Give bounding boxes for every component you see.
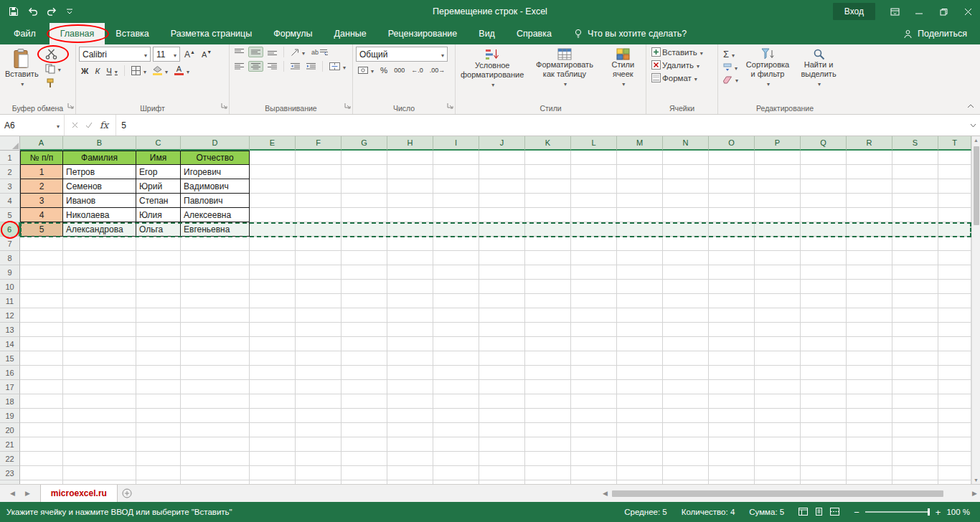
cell-K3[interactable]	[525, 179, 571, 194]
cell-C20[interactable]	[136, 423, 181, 437]
cell-K17[interactable]	[525, 380, 571, 394]
cell-E17[interactable]	[250, 380, 296, 394]
row-header-17[interactable]: 17	[0, 380, 20, 394]
cell-J21[interactable]	[479, 437, 525, 452]
cell-F18[interactable]	[296, 394, 341, 409]
sort-filter-button[interactable]: Сортировка и фильтр	[743, 47, 793, 90]
cell-H18[interactable]	[387, 394, 433, 409]
cell-S11[interactable]	[892, 294, 938, 308]
cell-C22[interactable]	[136, 452, 181, 466]
enter-button[interactable]	[85, 120, 93, 130]
cell-A2[interactable]: 1	[20, 165, 63, 179]
cell-S13[interactable]	[892, 323, 938, 337]
cell-R4[interactable]	[847, 194, 892, 208]
cell-G17[interactable]	[341, 380, 387, 394]
cell-O2[interactable]	[709, 165, 755, 179]
cell-O1[interactable]	[709, 151, 755, 165]
cell-G16[interactable]	[341, 366, 387, 380]
cell-styles-button[interactable]: Стили ячеек	[603, 47, 643, 90]
cell-I19[interactable]	[433, 409, 479, 423]
cell-T16[interactable]	[938, 366, 971, 380]
vertical-scrollbar[interactable]: ▲ ▼	[971, 136, 980, 484]
cell-H2[interactable]	[387, 165, 433, 179]
clear-button[interactable]	[721, 75, 740, 85]
cell-O16[interactable]	[709, 366, 755, 380]
cell-B22[interactable]	[63, 452, 136, 466]
scroll-down-arrow[interactable]: ▼	[972, 478, 980, 483]
row-header-3[interactable]: 3	[0, 179, 20, 194]
cell-F10[interactable]	[296, 280, 341, 294]
cell-M16[interactable]	[617, 366, 663, 380]
cell-O14[interactable]	[709, 337, 755, 351]
cell-R13[interactable]	[847, 323, 892, 337]
cell-A20[interactable]	[20, 423, 63, 437]
vertical-scrollbar-thumb[interactable]	[974, 146, 979, 225]
cell-M5[interactable]	[617, 208, 663, 222]
cell-M4[interactable]	[617, 194, 663, 208]
cell-F17[interactable]	[296, 380, 341, 394]
cell-D9[interactable]	[181, 265, 250, 280]
cell-Q11[interactable]	[801, 294, 847, 308]
column-header-T[interactable]: T	[938, 136, 971, 151]
fill-color-button[interactable]	[151, 65, 170, 76]
accounting-format-button[interactable]	[356, 65, 376, 75]
row-header-21[interactable]: 21	[0, 437, 20, 452]
tab-view[interactable]: Вид	[468, 23, 506, 44]
row-header-16[interactable]: 16	[0, 366, 20, 380]
cell-M13[interactable]	[617, 323, 663, 337]
cell-B16[interactable]	[63, 366, 136, 380]
cell-S6[interactable]	[892, 222, 938, 237]
cell-L18[interactable]	[571, 394, 617, 409]
cell-B13[interactable]	[63, 323, 136, 337]
normal-view-button[interactable]	[798, 508, 808, 517]
cell-J9[interactable]	[479, 265, 525, 280]
number-dialog-launcher[interactable]	[447, 99, 453, 112]
cell-E14[interactable]	[250, 337, 296, 351]
cell-N19[interactable]	[663, 409, 709, 423]
row-header-6[interactable]: 6	[0, 222, 20, 237]
cell-I24[interactable]	[433, 480, 479, 484]
cell-T24[interactable]	[938, 480, 971, 484]
column-header-B[interactable]: B	[63, 136, 136, 151]
cell-C13[interactable]	[136, 323, 181, 337]
page-break-view-button[interactable]	[830, 508, 839, 517]
cell-J5[interactable]	[479, 208, 525, 222]
cell-Q15[interactable]	[801, 351, 847, 366]
cell-K18[interactable]	[525, 394, 571, 409]
undo-button[interactable]	[27, 7, 38, 16]
cell-R3[interactable]	[847, 179, 892, 194]
row-header-15[interactable]: 15	[0, 351, 20, 366]
cell-D8[interactable]	[181, 251, 250, 265]
cell-H13[interactable]	[387, 323, 433, 337]
cell-F9[interactable]	[296, 265, 341, 280]
cell-J24[interactable]	[479, 480, 525, 484]
cell-D2[interactable]: Игоревич	[181, 165, 250, 179]
tab-data[interactable]: Данные	[324, 23, 377, 44]
autosum-dropdown-arrow[interactable]	[730, 50, 735, 59]
cell-I13[interactable]	[433, 323, 479, 337]
bold-button[interactable]: Ж	[79, 66, 90, 76]
cell-N16[interactable]	[663, 366, 709, 380]
cell-E4[interactable]	[250, 194, 296, 208]
minimize-button[interactable]	[907, 0, 931, 23]
expand-formula-bar-button[interactable]	[966, 115, 980, 136]
cell-I5[interactable]	[433, 208, 479, 222]
cell-I6[interactable]	[433, 222, 479, 237]
cell-B9[interactable]	[63, 265, 136, 280]
scroll-up-arrow[interactable]: ▲	[972, 138, 980, 143]
cell-G9[interactable]	[341, 265, 387, 280]
cell-E1[interactable]	[250, 151, 296, 165]
cell-I10[interactable]	[433, 280, 479, 294]
cell-H22[interactable]	[387, 452, 433, 466]
cell-M14[interactable]	[617, 337, 663, 351]
borders-dropdown-arrow[interactable]	[142, 67, 146, 75]
cell-G11[interactable]	[341, 294, 387, 308]
cell-M18[interactable]	[617, 394, 663, 409]
font-size-combobox[interactable]: 11	[153, 47, 180, 62]
cell-C2[interactable]: Егор	[136, 165, 181, 179]
column-header-O[interactable]: O	[709, 136, 755, 151]
cell-L20[interactable]	[571, 423, 617, 437]
cell-C19[interactable]	[136, 409, 181, 423]
horizontal-scrollbar[interactable]: ◀ ▶	[600, 485, 980, 502]
cell-M1[interactable]	[617, 151, 663, 165]
